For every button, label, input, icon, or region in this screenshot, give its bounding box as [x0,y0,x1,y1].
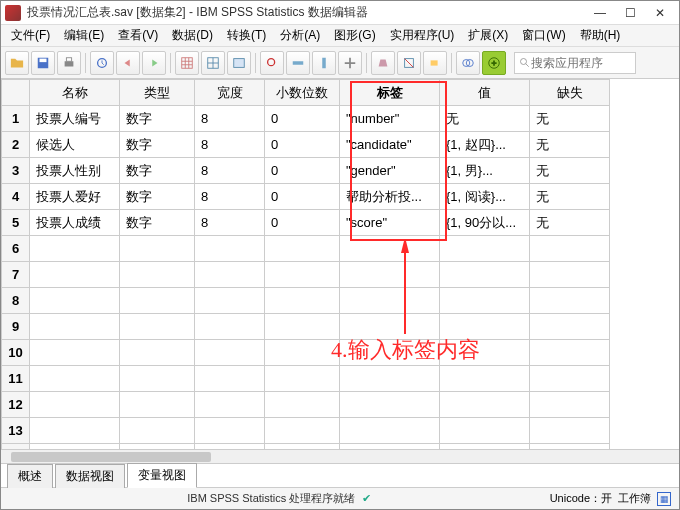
menu-graphs[interactable]: 图形(G) [328,25,381,46]
cell-values[interactable]: 无 [440,106,530,132]
row-header[interactable]: 4 [2,184,30,210]
table-row[interactable]: 2候选人数字80"candidate"{1, 赵四}...无 [2,132,610,158]
table-row-empty[interactable]: 13 [2,418,610,444]
redo-button[interactable] [142,51,166,75]
split-button[interactable] [338,51,362,75]
row-header[interactable]: 7 [2,262,30,288]
row-header[interactable]: 13 [2,418,30,444]
row-header[interactable]: 6 [2,236,30,262]
variable-grid[interactable]: 名称 类型 宽度 小数位数 标签 值 缺失 1投票人编号数字80"number"… [1,79,679,449]
cell-values[interactable]: {1, 男}... [440,158,530,184]
maximize-button[interactable]: ☐ [615,2,645,24]
menu-data[interactable]: 数据(D) [166,25,219,46]
insert-case-button[interactable] [286,51,310,75]
weight-button[interactable] [371,51,395,75]
insert-var-button[interactable] [312,51,336,75]
minimize-button[interactable]: — [585,2,615,24]
cell-missing[interactable]: 无 [530,158,610,184]
undo-button[interactable] [116,51,140,75]
menu-help[interactable]: 帮助(H) [574,25,627,46]
search-box[interactable] [514,52,636,74]
run-button[interactable] [482,51,506,75]
goto-case-button[interactable] [175,51,199,75]
variables-button[interactable] [227,51,251,75]
tab-variable-view[interactable]: 变量视图 [127,463,197,488]
close-button[interactable]: ✕ [645,2,675,24]
table-row-empty[interactable]: 8 [2,288,610,314]
cell-decimals[interactable]: 0 [265,184,340,210]
value-labels-button[interactable] [423,51,447,75]
menu-extensions[interactable]: 扩展(X) [462,25,514,46]
cell-decimals[interactable]: 0 [265,210,340,236]
table-row-empty[interactable]: 10 [2,340,610,366]
menu-view[interactable]: 查看(V) [112,25,164,46]
col-header-width[interactable]: 宽度 [195,80,265,106]
tab-overview[interactable]: 概述 [7,464,53,488]
search-input[interactable] [531,56,631,70]
menu-file[interactable]: 文件(F) [5,25,56,46]
col-header-name[interactable]: 名称 [30,80,120,106]
table-row-empty[interactable]: 11 [2,366,610,392]
row-header[interactable]: 9 [2,314,30,340]
table-row[interactable]: 1投票人编号数字80"number"无无 [2,106,610,132]
cell-width[interactable]: 8 [195,158,265,184]
cell-missing[interactable]: 无 [530,210,610,236]
col-header-missing[interactable]: 缺失 [530,80,610,106]
menu-edit[interactable]: 编辑(E) [58,25,110,46]
cell-width[interactable]: 8 [195,132,265,158]
cell-name[interactable]: 候选人 [30,132,120,158]
sets-button[interactable] [456,51,480,75]
row-header[interactable]: 5 [2,210,30,236]
row-header[interactable]: 2 [2,132,30,158]
table-row-empty[interactable]: 6 [2,236,610,262]
cell-width[interactable]: 8 [195,184,265,210]
cell-label[interactable]: "candidate" [340,132,440,158]
table-row-empty[interactable]: 12 [2,392,610,418]
col-header-type[interactable]: 类型 [120,80,195,106]
cell-name[interactable]: 投票人编号 [30,106,120,132]
cell-type[interactable]: 数字 [120,106,195,132]
row-header[interactable]: 1 [2,106,30,132]
col-header-decimals[interactable]: 小数位数 [265,80,340,106]
cell-type[interactable]: 数字 [120,210,195,236]
cell-name[interactable]: 投票人成绩 [30,210,120,236]
cell-values[interactable]: {1, 90分以... [440,210,530,236]
goto-var-button[interactable] [201,51,225,75]
open-button[interactable] [5,51,29,75]
menu-utilities[interactable]: 实用程序(U) [384,25,461,46]
col-header-values[interactable]: 值 [440,80,530,106]
save-button[interactable] [31,51,55,75]
row-header[interactable]: 12 [2,392,30,418]
table-row[interactable]: 4投票人爱好数字80帮助分析投...{1, 阅读}...无 [2,184,610,210]
recall-button[interactable] [90,51,114,75]
cell-values[interactable]: {1, 赵四}... [440,132,530,158]
cell-width[interactable]: 8 [195,106,265,132]
print-button[interactable] [57,51,81,75]
cell-type[interactable]: 数字 [120,132,195,158]
cell-missing[interactable]: 无 [530,106,610,132]
cell-missing[interactable]: 无 [530,132,610,158]
horizontal-scrollbar[interactable] [1,449,679,463]
col-header-label[interactable]: 标签 [340,80,440,106]
cell-decimals[interactable]: 0 [265,132,340,158]
menu-analyze[interactable]: 分析(A) [274,25,326,46]
table-row[interactable]: 5投票人成绩数字80"score"{1, 90分以...无 [2,210,610,236]
cell-missing[interactable]: 无 [530,184,610,210]
table-row-empty[interactable]: 7 [2,262,610,288]
row-header[interactable]: 8 [2,288,30,314]
row-header[interactable]: 10 [2,340,30,366]
table-row[interactable]: 3投票人性别数字80"gender"{1, 男}...无 [2,158,610,184]
cell-decimals[interactable]: 0 [265,158,340,184]
cell-label[interactable]: 帮助分析投... [340,184,440,210]
row-header[interactable]: 3 [2,158,30,184]
cell-width[interactable]: 8 [195,210,265,236]
menu-transform[interactable]: 转换(T) [221,25,272,46]
workbook-icon[interactable]: ▦ [657,492,671,506]
menu-window[interactable]: 窗口(W) [516,25,571,46]
cell-name[interactable]: 投票人性别 [30,158,120,184]
table-row-empty[interactable]: 9 [2,314,610,340]
cell-label[interactable]: "gender" [340,158,440,184]
cell-type[interactable]: 数字 [120,184,195,210]
cell-label[interactable]: "number" [340,106,440,132]
cell-type[interactable]: 数字 [120,158,195,184]
